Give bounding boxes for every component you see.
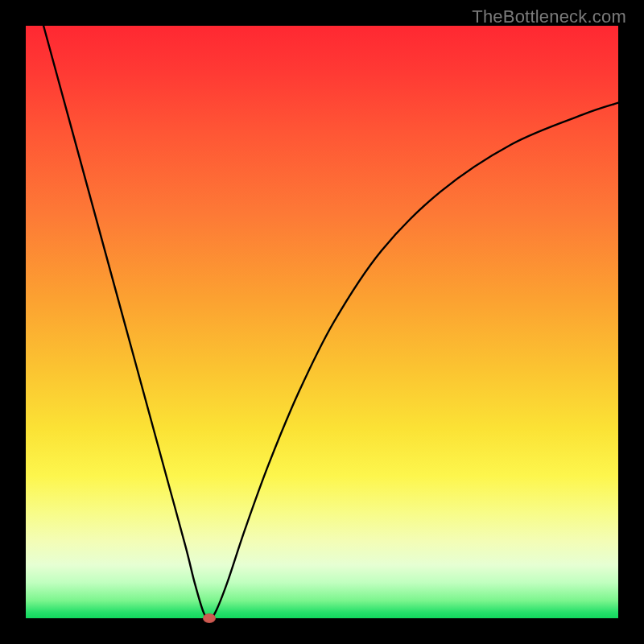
watermark-text: TheBottleneck.com <box>472 6 626 27</box>
plot-area <box>26 26 618 618</box>
bottleneck-curve-path <box>43 26 618 618</box>
min-marker <box>203 613 216 623</box>
chart-frame: TheBottleneck.com <box>0 0 644 644</box>
curve-svg <box>26 26 618 618</box>
